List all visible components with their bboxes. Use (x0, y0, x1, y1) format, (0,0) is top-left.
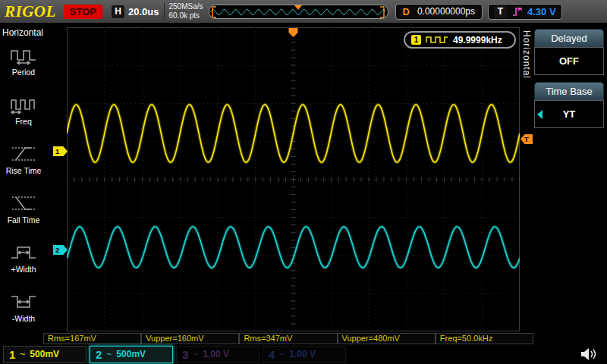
measure-item-label: Rise Time (6, 166, 42, 175)
divider (164, 3, 165, 20)
channel3-status-box[interactable]: 3 ~ 1.00 V (176, 346, 259, 363)
plus-width-icon (10, 243, 37, 262)
channel2-scale: 500mV (116, 349, 146, 359)
measurement-vupper2: Vupper=480mV (338, 333, 436, 344)
speaker-icon[interactable] (580, 347, 598, 361)
channel4-coupling-icon: ~ (279, 349, 285, 359)
delayed-value: OFF (559, 55, 579, 67)
acquisition-info: 250MSa/s 60.0k pts (169, 2, 203, 21)
channel4-number: 4 (269, 348, 275, 361)
counter-value: 49.9999kHz (453, 35, 502, 46)
fall-time-icon (10, 193, 37, 213)
measurement-freq: Freq=50.0kHz (436, 333, 533, 344)
rise-time-icon (10, 144, 37, 164)
channel4-status-box[interactable]: 4 ~ 1.00 V (263, 346, 346, 363)
left-menu-title: Horizontal (2, 27, 43, 38)
right-menu-tab-title: Horizontal (521, 30, 532, 79)
h-label: H (112, 5, 124, 18)
measure-item-plus-width[interactable]: +Width (0, 238, 47, 287)
chevron-left-icon (537, 110, 543, 119)
waveform-display (67, 27, 520, 331)
delay-readout: D 0.00000000ps (395, 4, 483, 20)
channel1-level-marker[interactable]: 1 (53, 146, 68, 156)
delayed-toggle-button[interactable]: OFF (534, 47, 604, 75)
waveform-preview-strip[interactable] (209, 5, 388, 19)
counter-source-chip: 1 (411, 35, 421, 45)
memory-depth: 60.0k pts (169, 11, 203, 21)
measure-item-label: +Width (11, 265, 36, 274)
channel1-scale: 500mV (30, 349, 59, 359)
memory-window-preview (210, 5, 388, 19)
rigol-logo: RIGOL (5, 2, 56, 21)
channel2-status-box[interactable]: 2 ~ 500mV (90, 346, 173, 363)
measure-item-label: Freq (15, 117, 32, 126)
delay-label: D (403, 6, 410, 17)
delayed-label: Delayed (534, 29, 604, 47)
channel1-number: 1 (9, 348, 15, 361)
run-state-badge: STOP (64, 5, 102, 19)
measurement-rms1: Rms=167mV (43, 333, 141, 344)
freq-icon (10, 95, 37, 115)
measurement-results-bar: Rms=167mV Vupper=160mV Rms=347mV Vupper=… (43, 333, 533, 344)
top-status-bar: RIGOL STOP H 20.0us 250MSa/s 60.0k pts D… (0, 0, 607, 23)
horizontal-softkey-menu: Delayed OFF Time Base YT (534, 29, 604, 135)
delay-value: 0.00000000ps (417, 6, 475, 17)
timebase-mode-button[interactable]: YT (534, 100, 604, 128)
frequency-counter-badge: 1 49.9999kHz (404, 31, 516, 49)
measurement-vupper1: Vupper=160mV (141, 333, 239, 344)
channel2-marker-label: 2 (55, 246, 59, 254)
oscilloscope-screen: RIGOL STOP H 20.0us 250MSa/s 60.0k pts D… (0, 0, 607, 364)
channel1-coupling-icon: ~ (20, 349, 25, 359)
trigger-slope-icon (512, 6, 522, 17)
channel-status-bar: 1 ~ 500mV 2 ~ 500mV 3 ~ 1.00 V 4 ~ 1.00 … (0, 344, 607, 364)
channel4-scale: 1.00 V (289, 349, 316, 359)
period-icon (10, 46, 37, 65)
trigger-marker-label: T (524, 135, 529, 143)
channel1-marker-label: 1 (55, 147, 59, 155)
channel3-coupling-icon: ~ (193, 349, 198, 359)
sample-rate: 250MSa/s (169, 2, 203, 12)
measure-item-label: -Width (12, 314, 35, 323)
measure-item-minus-width[interactable]: -Width (0, 287, 47, 337)
timebase-value: 20.0us (128, 6, 159, 17)
measure-item-fall-time[interactable]: Fall Time (0, 189, 47, 238)
trigger-level-value: 4.30 V (527, 6, 556, 17)
measure-item-label: Period (12, 67, 35, 77)
minus-width-icon (10, 292, 37, 312)
channel1-status-box[interactable]: 1 ~ 500mV (3, 346, 86, 363)
trigger-label: T (494, 5, 507, 18)
channel3-number: 3 (182, 348, 188, 361)
measure-item-freq[interactable]: Freq (0, 90, 47, 140)
measurement-rms2: Rms=347mV (239, 333, 337, 344)
channel3-scale: 1.00 V (203, 349, 229, 359)
measure-shortcut-menu: Period Freq Rise Time Fall Time (0, 41, 47, 337)
measure-item-label: Fall Time (8, 215, 40, 224)
timebase-mode-value: YT (563, 108, 576, 120)
horizontal-status: H 20.0us (112, 5, 159, 18)
trigger-level-marker[interactable]: T (521, 134, 533, 144)
measure-item-period[interactable]: Period (0, 41, 47, 90)
trigger-readout: T 4.30 V (488, 4, 562, 20)
channel2-level-marker[interactable]: 2 (53, 245, 68, 255)
channel2-number: 2 (96, 348, 102, 361)
channel2-coupling-icon: ~ (106, 349, 112, 359)
timebase-label: Time Base (534, 82, 604, 100)
square-wave-icon (426, 35, 448, 45)
measure-item-rise-time[interactable]: Rise Time (0, 140, 47, 189)
